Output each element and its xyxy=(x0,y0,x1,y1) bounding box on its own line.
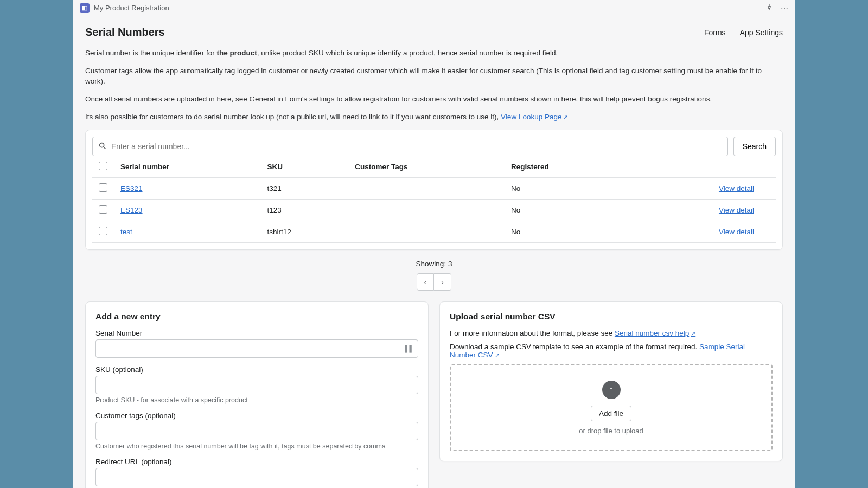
col-sku: SKU xyxy=(260,156,348,178)
add-entry-title: Add a new entry xyxy=(95,312,418,322)
more-icon[interactable]: ⋯ xyxy=(781,4,788,12)
serial-link[interactable]: test xyxy=(120,228,132,236)
serial-table: Serial number SKU Customer Tags Register… xyxy=(92,156,776,243)
row-checkbox[interactable] xyxy=(99,183,107,192)
view-detail-link[interactable]: View detail xyxy=(719,206,754,214)
nav-app-settings[interactable]: App Settings xyxy=(740,28,783,37)
external-icon: ↗ xyxy=(563,114,568,120)
pin-icon[interactable] xyxy=(765,3,773,12)
search-icon xyxy=(98,142,107,152)
tags-input[interactable] xyxy=(95,422,418,440)
next-page-button[interactable]: › xyxy=(434,273,451,291)
col-tags: Customer Tags xyxy=(348,156,505,178)
svg-point-0 xyxy=(100,143,104,147)
barcode-icon[interactable]: ▌▌ xyxy=(405,345,414,352)
col-serial: Serial number xyxy=(114,156,260,178)
table-row: ES123 t123 No View detail xyxy=(92,200,776,221)
sku-input[interactable] xyxy=(95,376,418,394)
title-bar: ◧ My Product Registration ⋯ xyxy=(73,0,795,16)
drop-text: or drop file to upload xyxy=(462,427,761,435)
view-lookup-link[interactable]: View Lookup Page↗ xyxy=(501,113,568,121)
showing-count: Showing: 3 xyxy=(85,260,783,268)
external-icon: ↗ xyxy=(495,352,500,358)
upload-csv-card: Upload serial number CSV For more inform… xyxy=(439,301,783,461)
external-icon: ↗ xyxy=(691,330,695,337)
serial-label: Serial Number xyxy=(95,329,418,337)
add-entry-card: Add a new entry Serial Number ▌▌ SKU (op… xyxy=(85,301,429,488)
file-dropzone[interactable]: ↑ Add file or drop file to upload xyxy=(450,364,773,451)
app-name: My Product Registration xyxy=(94,4,169,12)
add-file-button[interactable]: Add file xyxy=(591,406,631,421)
table-row: test tshirt12 No View detail xyxy=(92,221,776,243)
redirect-label: Redirect URL (optional) xyxy=(95,458,418,466)
upload-icon: ↑ xyxy=(602,381,621,399)
pagination: ‹ › xyxy=(85,273,783,291)
serial-input[interactable] xyxy=(95,339,418,358)
chevron-right-icon: › xyxy=(441,278,443,286)
upload-title: Upload serial number CSV xyxy=(450,312,773,322)
row-checkbox[interactable] xyxy=(99,205,107,214)
app-frame: ◧ My Product Registration ⋯ Serial Numbe… xyxy=(73,0,795,488)
serial-list-card: Search Serial number SKU Customer Tags R… xyxy=(85,130,783,250)
svg-line-1 xyxy=(104,147,105,149)
redirect-input[interactable] xyxy=(95,468,418,486)
search-input[interactable] xyxy=(111,142,722,151)
serial-link[interactable]: ES321 xyxy=(120,184,143,192)
view-detail-link[interactable]: View detail xyxy=(719,228,754,236)
search-box xyxy=(92,137,728,156)
tags-help: Customer who registered this serial numb… xyxy=(95,442,418,450)
page-title: Serial Numbers xyxy=(85,26,165,38)
sku-help: Product SKU - for associate with a speci… xyxy=(95,396,418,404)
nav-forms[interactable]: Forms xyxy=(704,28,726,37)
sku-label: SKU (optional) xyxy=(95,365,418,374)
serial-link[interactable]: ES123 xyxy=(120,206,143,214)
intro-text: Serial number is the unique identifier f… xyxy=(85,48,783,122)
tags-label: Customer tags (optional) xyxy=(95,412,418,420)
select-all-checkbox[interactable] xyxy=(99,162,107,170)
prev-page-button[interactable]: ‹ xyxy=(417,273,434,291)
chevron-left-icon: ‹ xyxy=(424,278,426,286)
table-row: ES321 t321 No View detail xyxy=(92,178,776,200)
col-registered: Registered xyxy=(505,156,625,178)
row-checkbox[interactable] xyxy=(99,227,107,235)
view-detail-link[interactable]: View detail xyxy=(719,184,754,192)
search-button[interactable]: Search xyxy=(733,137,776,156)
app-icon: ◧ xyxy=(80,3,90,13)
csv-help-link[interactable]: Serial number csv help↗ xyxy=(615,329,695,337)
